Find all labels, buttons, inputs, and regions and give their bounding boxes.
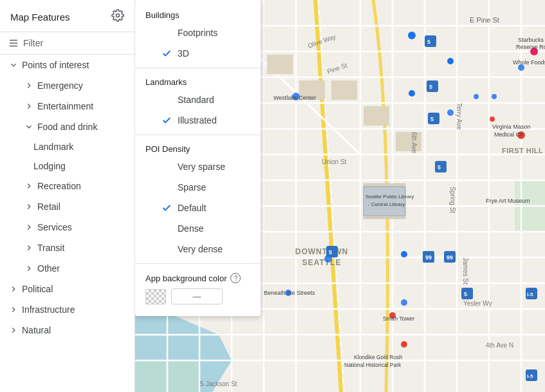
- default-option[interactable]: Default: [135, 198, 261, 218]
- sidebar: Map Features Filter Points of interest E…: [0, 0, 135, 392]
- svg-point-61: [492, 94, 497, 99]
- svg-text:99: 99: [425, 254, 432, 261]
- chevron-icon: [23, 80, 35, 91]
- help-icon[interactable]: ?: [230, 273, 241, 283]
- svg-text:Westlake Center: Westlake Center: [273, 95, 316, 101]
- svg-text:5: 5: [329, 249, 332, 256]
- sidebar-item-recreation[interactable]: Recreation: [0, 176, 134, 196]
- dropdown-panel: Buildings Footprints 3D Landmarks Standa…: [135, 0, 261, 316]
- svg-text:6th Ave: 6th Ave: [411, 132, 418, 154]
- chevron-icon: [8, 283, 19, 295]
- very-dense-option[interactable]: Very dense: [135, 239, 261, 259]
- check-placeholder: [161, 27, 172, 39]
- svg-text:5: 5: [430, 116, 434, 122]
- sidebar-item-services[interactable]: Services: [0, 217, 134, 238]
- filter-bar[interactable]: Filter: [0, 32, 134, 55]
- map-area[interactable]: E Pine St Olive Way Pine St Terry Ave Un…: [135, 0, 545, 392]
- sidebar-item-natural[interactable]: Natural: [0, 320, 134, 341]
- three-d-option[interactable]: 3D: [135, 43, 261, 64]
- svg-point-63: [447, 109, 454, 116]
- svg-text:Whole Foods: Whole Foods: [513, 59, 545, 66]
- sidebar-item-entertainment[interactable]: Entertainment: [0, 96, 134, 117]
- sidebar-item-landmark[interactable]: Landmark: [0, 137, 134, 156]
- svg-text:5: 5: [427, 39, 430, 45]
- divider: [135, 135, 261, 135]
- svg-text:Seattle Public Library: Seattle Public Library: [365, 194, 414, 200]
- sidebar-item-label: Entertainment: [37, 101, 93, 111]
- chevron-icon: [8, 304, 19, 315]
- chevron-icon: [23, 121, 35, 133]
- svg-text:Beneath the Streets: Beneath the Streets: [264, 290, 315, 296]
- svg-text:Medical Ctr: Medical Ctr: [494, 131, 524, 138]
- filter-label: Filter: [23, 38, 43, 48]
- svg-text:S Jackson St: S Jackson St: [199, 380, 237, 387]
- very-sparse-option[interactable]: Very sparse: [135, 156, 261, 177]
- sidebar-item-label: Other: [37, 263, 60, 274]
- divider: [135, 68, 261, 68]
- sidebar-item-food-and-drink[interactable]: Food and drink: [0, 117, 134, 137]
- svg-text:5: 5: [438, 164, 441, 171]
- sidebar-item-label: Food and drink: [37, 122, 97, 132]
- sidebar-item-retail[interactable]: Retail: [0, 196, 134, 217]
- svg-text:Union St: Union St: [322, 158, 347, 165]
- svg-text:Klondike Gold Rush: Klondike Gold Rush: [354, 354, 402, 360]
- page-title: Map Features: [10, 12, 70, 23]
- svg-point-64: [490, 117, 495, 122]
- sidebar-tree: Points of interest Emergency Entertainme…: [0, 55, 134, 341]
- sidebar-item-points-of-interest[interactable]: Points of interest: [0, 55, 134, 75]
- footprints-option[interactable]: Footprints: [135, 23, 261, 43]
- sidebar-item-infrastructure[interactable]: Infrastructure: [0, 299, 134, 320]
- color-input[interactable]: —: [171, 288, 223, 304]
- sidebar-item-political[interactable]: Political: [0, 279, 134, 299]
- check-placeholder: [161, 223, 172, 234]
- check-placeholder: [161, 182, 172, 193]
- sidebar-item-label: Lodging: [33, 161, 66, 171]
- chevron-icon: [8, 324, 19, 336]
- svg-text:Virginia Mason: Virginia Mason: [492, 124, 530, 130]
- footprints-label: Footprints: [178, 28, 217, 38]
- sidebar-header: Map Features: [0, 0, 134, 32]
- illustrated-option[interactable]: Illustrated: [135, 110, 261, 131]
- sidebar-item-other[interactable]: Other: [0, 258, 134, 279]
- chevron-icon: [23, 263, 35, 274]
- app-bg-label: App background color ?: [145, 273, 250, 283]
- sidebar-item-label: Transit: [37, 243, 64, 253]
- chevron-icon: [23, 100, 35, 112]
- gear-icon[interactable]: [111, 9, 124, 25]
- svg-text:I-5: I-5: [527, 373, 533, 379]
- svg-point-60: [474, 94, 479, 99]
- chevron-icon: [23, 242, 35, 254]
- svg-text:DOWNTOWN: DOWNTOWN: [295, 247, 348, 256]
- svg-text:5: 5: [464, 291, 467, 297]
- check-icon: [161, 48, 172, 59]
- svg-text:Terry Ave: Terry Ave: [456, 103, 463, 130]
- svg-text:SEATTLE: SEATTLE: [302, 258, 342, 267]
- check-placeholder: [161, 94, 172, 106]
- density-label: Very dense: [178, 244, 223, 254]
- dense-option[interactable]: Dense: [135, 218, 261, 239]
- sidebar-item-label: Emergency: [37, 80, 83, 91]
- svg-text:Frye Art Museum: Frye Art Museum: [486, 198, 530, 204]
- checkerboard-icon[interactable]: [145, 289, 166, 304]
- svg-point-55: [408, 32, 416, 39]
- check-icon: [161, 202, 172, 214]
- sidebar-item-label: Services: [37, 222, 72, 232]
- chevron-icon: [23, 180, 35, 192]
- svg-text:Starbucks: Starbucks: [518, 37, 544, 43]
- sidebar-item-lodging[interactable]: Lodging: [0, 156, 134, 176]
- svg-rect-39: [364, 106, 389, 126]
- sidebar-item-label: Political: [22, 284, 53, 294]
- sparse-option[interactable]: Sparse: [135, 177, 261, 198]
- illustrated-label: Illustrated: [178, 115, 217, 126]
- svg-point-0: [116, 14, 120, 17]
- standard-label: Standard: [178, 95, 214, 105]
- app-bg-text: App background color: [145, 274, 226, 283]
- landmarks-section-title: Landmarks: [135, 72, 261, 89]
- svg-text:National Historical Park: National Historical Park: [344, 362, 402, 368]
- standard-option[interactable]: Standard: [135, 89, 261, 110]
- svg-text:Spring St: Spring St: [449, 187, 456, 213]
- svg-text:5: 5: [429, 84, 432, 90]
- svg-text:4th Ave N: 4th Ave N: [486, 342, 513, 349]
- sidebar-item-emergency[interactable]: Emergency: [0, 75, 134, 96]
- sidebar-item-transit[interactable]: Transit: [0, 238, 134, 258]
